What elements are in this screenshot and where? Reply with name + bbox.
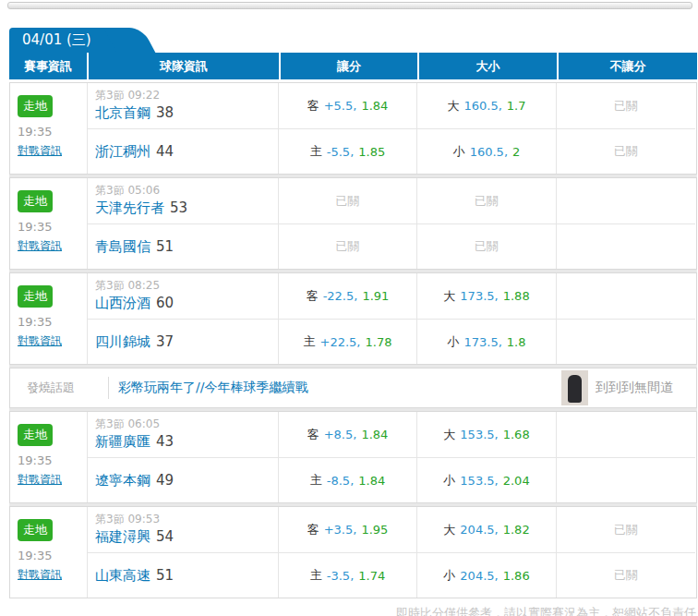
hot-topic-link[interactable]: 彩幣玩兩年了//今年棒球季繼續戰 xyxy=(118,380,307,396)
topic-right-link[interactable]: 到到到無間道 xyxy=(596,380,673,396)
total-odds-cell[interactable]: 大153.5,1.68 xyxy=(416,412,556,457)
game-block: 走地 19:35 對戰資訊 第3節 06:05 新疆廣匯43 客+8.5,1.8… xyxy=(9,411,697,503)
matchup-info-link[interactable]: 對戰資訊 xyxy=(18,472,62,488)
team-cell: 浙江稠州44 xyxy=(87,128,278,174)
header-moneyline: 不讓分 xyxy=(557,53,697,79)
spread-odds-cell[interactable]: 客+8.5,1.84 xyxy=(278,412,416,457)
moneyline-odds-cell xyxy=(556,319,695,364)
team-score: 54 xyxy=(156,528,174,545)
game-block: 走地 19:35 對戰資訊 第3節 09:22 北京首鋼38 客+5.5,1.8… xyxy=(9,82,697,175)
date-tab[interactable]: 04/01 (三) xyxy=(9,28,118,53)
period-clock: 第3節 08:25 xyxy=(95,278,278,294)
total-odds-cell[interactable]: 小160.5,2 xyxy=(416,128,556,174)
team-name: 新疆廣匯 xyxy=(95,433,150,450)
spread-odds-cell: 已關 xyxy=(278,178,416,223)
spread-odds-cell[interactable]: 主-8.5,1.84 xyxy=(278,457,416,502)
total-odds-cell[interactable]: 大204.5,1.82 xyxy=(416,507,556,552)
team-score: 38 xyxy=(156,104,174,121)
moneyline-odds-cell xyxy=(556,412,695,457)
team-name: 浙江稠州 xyxy=(95,143,150,160)
team-name: 北京首鋼 xyxy=(95,104,150,121)
spread-odds-cell[interactable]: 客+3.5,1.95 xyxy=(278,507,416,552)
matchup-info-link[interactable]: 對戰資訊 xyxy=(18,238,62,254)
spread-odds-cell[interactable]: 主-5.5,1.85 xyxy=(278,128,416,174)
team-score: 43 xyxy=(156,433,174,450)
period-clock: 第3節 05:06 xyxy=(95,183,278,199)
hot-topic-label: 發燒話題 xyxy=(10,380,108,396)
match-info-cell: 走地 19:35 對戰資訊 xyxy=(10,83,87,174)
match-info-cell: 走地 19:35 對戰資訊 xyxy=(10,273,87,364)
odds-board: 04/01 (三) 賽事資訊 球隊資訊 讓分 大小 不讓分 走地 19:35 對… xyxy=(9,28,697,616)
moneyline-odds-cell: 已關 xyxy=(556,83,695,128)
team-name: 山西汾酒 xyxy=(95,295,150,311)
spread-odds-cell[interactable]: 主-3.5,1.74 xyxy=(278,552,416,598)
date-tab-label: 04/01 (三) xyxy=(22,31,91,49)
moneyline-odds-cell: 已關 xyxy=(556,128,695,174)
team-score: 53 xyxy=(170,199,187,216)
moneyline-odds-cell xyxy=(556,457,695,502)
total-odds-cell[interactable]: 小153.5,2.04 xyxy=(416,457,556,502)
hot-topic-main: 彩幣玩兩年了//今年棒球季繼續戰 xyxy=(108,377,561,399)
team-cell: 遼寧本鋼49 xyxy=(87,457,278,502)
team-cell: 山東高速51 xyxy=(87,552,278,598)
period-clock: 第3節 09:53 xyxy=(95,512,278,527)
team-cell: 青島國信51 xyxy=(87,223,278,269)
match-time: 19:35 xyxy=(18,549,87,562)
team-cell: 第3節 05:06 天津先行者53 xyxy=(87,178,278,223)
team-score: 37 xyxy=(156,333,174,350)
match-time: 19:35 xyxy=(18,315,87,329)
team-cell: 第3節 09:53 福建潯興54 xyxy=(87,507,278,552)
total-odds-cell[interactable]: 大160.5,1.7 xyxy=(416,83,556,128)
hot-topic-row: 發燒話題 彩幣玩兩年了//今年棒球季繼續戰 到到到無間道 xyxy=(9,368,697,408)
team-name: 天津先行者 xyxy=(95,199,164,216)
moneyline-odds-cell xyxy=(556,223,695,269)
live-badge: 走地 xyxy=(18,190,53,212)
spread-odds-cell[interactable]: 客-22.5,1.91 xyxy=(278,273,416,319)
total-odds-cell[interactable]: 小173.5,1.8 xyxy=(416,319,556,364)
topic-avatar-image xyxy=(561,370,588,405)
spread-odds-cell[interactable]: 主+22.5,1.78 xyxy=(278,319,416,364)
team-score: 44 xyxy=(156,143,174,160)
total-odds-cell: 已關 xyxy=(416,178,556,223)
team-score: 49 xyxy=(156,472,174,489)
total-odds-cell: 已關 xyxy=(416,223,556,269)
hot-topic-right[interactable]: 到到到無間道 xyxy=(561,370,673,405)
team-score: 60 xyxy=(156,295,174,311)
moneyline-odds-cell xyxy=(556,178,695,223)
live-badge: 走地 xyxy=(18,95,53,117)
header-total: 大小 xyxy=(417,53,557,79)
live-badge: 走地 xyxy=(18,519,53,541)
moneyline-odds-cell xyxy=(556,273,695,319)
period-clock: 第3節 09:22 xyxy=(95,88,278,103)
matchup-info-link[interactable]: 對戰資訊 xyxy=(18,143,62,159)
header-team-info: 球隊資訊 xyxy=(87,53,279,79)
match-info-cell: 走地 19:35 對戰資訊 xyxy=(10,178,87,269)
spread-odds-cell: 已關 xyxy=(278,223,416,269)
team-name: 四川錦城 xyxy=(95,333,150,350)
team-cell: 第3節 06:05 新疆廣匯43 xyxy=(87,412,278,457)
match-info-cell: 走地 19:35 對戰資訊 xyxy=(10,412,87,502)
team-cell: 四川錦城37 xyxy=(87,319,278,364)
matchup-info-link[interactable]: 對戰資訊 xyxy=(18,567,62,583)
period-clock: 第3節 06:05 xyxy=(95,417,278,432)
team-score: 51 xyxy=(156,238,174,255)
game-block: 走地 19:35 對戰資訊 第3節 09:53 福建潯興54 客+3.5,1.9… xyxy=(9,506,697,598)
total-odds-cell[interactable]: 小204.5,1.86 xyxy=(416,552,556,598)
total-odds-cell[interactable]: 大173.5,1.88 xyxy=(416,273,556,319)
team-cell: 第3節 08:25 山西汾酒60 xyxy=(87,273,278,319)
matchup-info-link[interactable]: 對戰資訊 xyxy=(18,333,62,349)
match-time: 19:35 xyxy=(18,220,87,234)
team-score: 51 xyxy=(156,567,174,584)
table-body: 走地 19:35 對戰資訊 第3節 09:22 北京首鋼38 客+5.5,1.8… xyxy=(9,82,697,598)
table-header: 賽事資訊 球隊資訊 讓分 大小 不讓分 xyxy=(9,53,697,79)
game-block: 走地 19:35 對戰資訊 第3節 05:06 天津先行者53 已關 已關 青島… xyxy=(9,177,697,270)
team-name: 山東高速 xyxy=(95,567,150,584)
collapsed-panel-strip[interactable] xyxy=(7,2,692,9)
moneyline-odds-cell: 已關 xyxy=(556,507,695,552)
header-match-info: 賽事資訊 xyxy=(9,53,87,79)
moneyline-odds-cell: 已關 xyxy=(556,552,695,598)
spread-odds-cell[interactable]: 客+5.5,1.84 xyxy=(278,83,416,128)
match-info-cell: 走地 19:35 對戰資訊 xyxy=(10,507,87,598)
header-spread: 讓分 xyxy=(279,53,417,79)
match-time: 19:35 xyxy=(18,453,87,467)
